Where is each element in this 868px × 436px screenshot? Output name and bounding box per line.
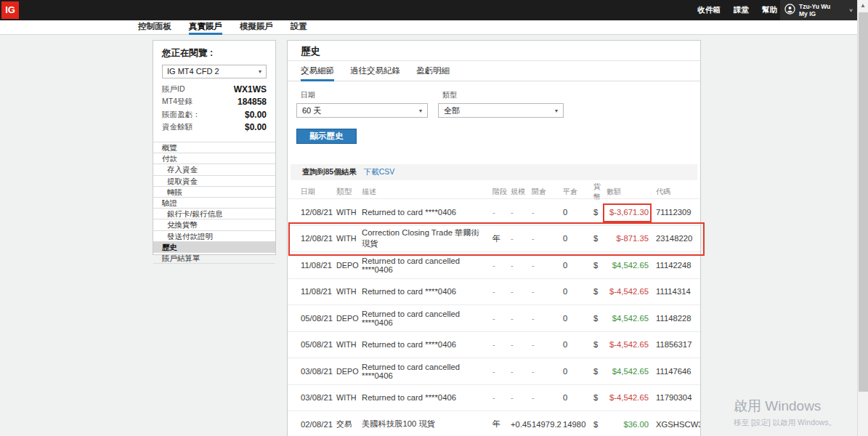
watermark-line2: 移至 [設定] 以啟用 Windows。 [734, 418, 836, 428]
cell-open: - [532, 287, 563, 296]
cell-size: - [511, 340, 532, 349]
history-tabs: 交易細節過往交易紀錄盈虧明細 [288, 61, 700, 81]
cell-desc: Returned to card cancelled ****0406 [362, 257, 492, 274]
cell-desc: Returned to card ****0406 [362, 340, 492, 349]
row-highlight-box [288, 222, 705, 256]
cell-desc: Returned to card cancelled ****0406 [362, 363, 492, 380]
show-history-button[interactable]: 顯示歷史 [296, 129, 357, 144]
cell-desc: Returned to card ****0406 [362, 287, 492, 296]
sidebar-item[interactable]: 驗證 [153, 197, 275, 208]
cell-type: DEPO [336, 261, 362, 270]
account-select-value: IG MT4 CFD 2 [167, 65, 219, 78]
date-filter-select[interactable]: 60 天 ▾ [296, 103, 428, 118]
history-tab[interactable]: 盈虧明細 [416, 61, 450, 81]
table-header-row: 日期類型描述階段規模開倉平倉貨幣數額代碼 [288, 185, 700, 198]
cell-type: WITH [336, 340, 362, 349]
sidebar-item[interactable]: 付款 [153, 153, 275, 164]
cell-type: 交易 [336, 419, 362, 429]
cell-date: 05/08/21 [301, 340, 336, 349]
top-menu-item[interactable]: 課堂 [734, 5, 749, 15]
screen: IG 收件箱課堂幫助 Tzu-Yu Wu My IG ˅ 控制面板真實賬戶模擬賬… [0, 0, 868, 436]
cell-stage: - [492, 340, 511, 349]
cell-size: - [511, 208, 532, 217]
amount-highlight-box [603, 203, 652, 222]
sidebar-item[interactable]: 銀行卡/銀行信息 [153, 208, 275, 219]
account-select[interactable]: IG MT4 CFD 2 ▾ [162, 65, 267, 78]
table-row: 02/08/21交易美國科技股100 現貨年+0.4514979.214980$… [288, 411, 700, 436]
nav-tabs: 控制面板真實賬戶模擬賬戶設置 [138, 20, 307, 35]
cell-code: XGSHSCW3 [656, 420, 699, 429]
cell-stage: - [492, 261, 511, 270]
cell-currency: $ [593, 287, 607, 296]
history-tab[interactable]: 交易細節 [301, 61, 334, 81]
type-filter-label: 類型 [442, 90, 564, 100]
table-row: 05/08/21WITHReturned to card ****0406---… [288, 331, 700, 358]
column-header: 開倉 [532, 187, 563, 197]
cell-currency: $ [593, 393, 607, 402]
sidebar-item[interactable]: 兌換貨幣 [153, 219, 275, 230]
vertical-scrollbar[interactable]: ▲ [857, 0, 868, 436]
cell-size: - [511, 261, 532, 270]
sidebar-item[interactable]: 發送付款證明 [153, 230, 275, 241]
cell-close: 14980 [563, 420, 593, 429]
filters: 日期 60 天 ▾ 類型 全部 ▾ [288, 81, 700, 118]
stat-row: MT4登錄184858 [153, 96, 275, 109]
stat-value: 184858 [238, 97, 267, 107]
cell-type: DEPO [336, 314, 362, 323]
cell-close: 0 [563, 208, 593, 217]
stat-label: MT4登錄 [162, 97, 192, 107]
stat-value: $0.00 [245, 122, 267, 132]
nav-tab[interactable]: 真實賬戶 [189, 20, 222, 35]
cell-currency: $ [593, 367, 607, 376]
cell-size: - [511, 393, 532, 402]
stat-label: 賬面盈虧： [162, 110, 200, 120]
history-tab[interactable]: 過往交易紀錄 [350, 61, 400, 81]
stat-label: 資金餘額 [162, 122, 192, 132]
chevron-down-icon[interactable]: ˅ [849, 7, 853, 14]
watermark-line1: 啟用 Windows [734, 397, 836, 416]
ig-logo[interactable]: IG [1, 1, 19, 19]
sidebar-item[interactable]: 歷史 [153, 241, 275, 252]
type-filter-group: 類型 全部 ▾ [438, 90, 564, 118]
cell-close: 0 [563, 393, 593, 402]
stat-value: $0.00 [245, 110, 267, 120]
cell-amount: $4,542.65 [607, 261, 649, 270]
column-header: 代碼 [656, 187, 699, 197]
cell-type: DEPO [336, 367, 362, 376]
cell-desc: 美國科技股100 現貨 [362, 419, 492, 429]
user-menu[interactable]: Tzu-Yu Wu My IG ˅ [780, 0, 857, 20]
stat-label: 賬戶ID [162, 84, 185, 94]
cell-currency: $ [593, 261, 607, 270]
cell-close: 0 [563, 340, 593, 349]
nav-tab[interactable]: 模擬賬戶 [240, 20, 273, 35]
cell-stage: 年 [492, 419, 511, 429]
top-menu-item[interactable]: 幫助 [762, 5, 777, 15]
cell-amount: $4,542.65 [607, 367, 649, 376]
scrollbar-thumb[interactable] [859, 12, 868, 392]
type-filter-select[interactable]: 全部 ▾ [438, 103, 564, 118]
sidebar-item[interactable]: 賬戶結算單 [153, 252, 275, 263]
sidebar-item[interactable]: 存入資金 [153, 164, 275, 174]
cell-date: 11/08/21 [301, 261, 336, 270]
column-header: 類型 [336, 187, 362, 197]
table-row: 03/08/21DEPOReturned to card cancelled *… [288, 358, 700, 384]
sidebar-item[interactable]: 轉賬 [153, 186, 275, 197]
sidebar-item[interactable]: 概覽 [153, 142, 275, 153]
scroll-up-icon[interactable]: ▲ [858, 0, 868, 12]
account-stats: 賬戶IDWX1WSMT4登錄184858賬面盈虧：$0.00資金餘額$0.00 [153, 83, 275, 134]
chevron-down-icon: ▾ [419, 108, 422, 114]
nav-tab[interactable]: 控制面板 [138, 20, 171, 35]
cell-amount: $-4,542.65 [607, 340, 649, 349]
cell-type: WITH [336, 393, 362, 402]
viewing-label: 您正在閱覽 : [153, 41, 275, 63]
column-header: 貨幣 [593, 182, 607, 202]
nav-tab[interactable]: 設置 [291, 20, 307, 35]
cell-stage: - [492, 314, 511, 323]
top-menu-item[interactable]: 收件箱 [698, 5, 721, 15]
cell-open: - [532, 261, 563, 270]
column-header: 平倉 [563, 187, 593, 197]
type-filter-value: 全部 [444, 105, 460, 116]
table-row: 05/08/21DEPOReturned to card cancelled *… [288, 304, 700, 331]
sidebar-item[interactable]: 提取資金 [153, 175, 275, 186]
download-csv-link[interactable]: 下載CSV [364, 167, 395, 177]
